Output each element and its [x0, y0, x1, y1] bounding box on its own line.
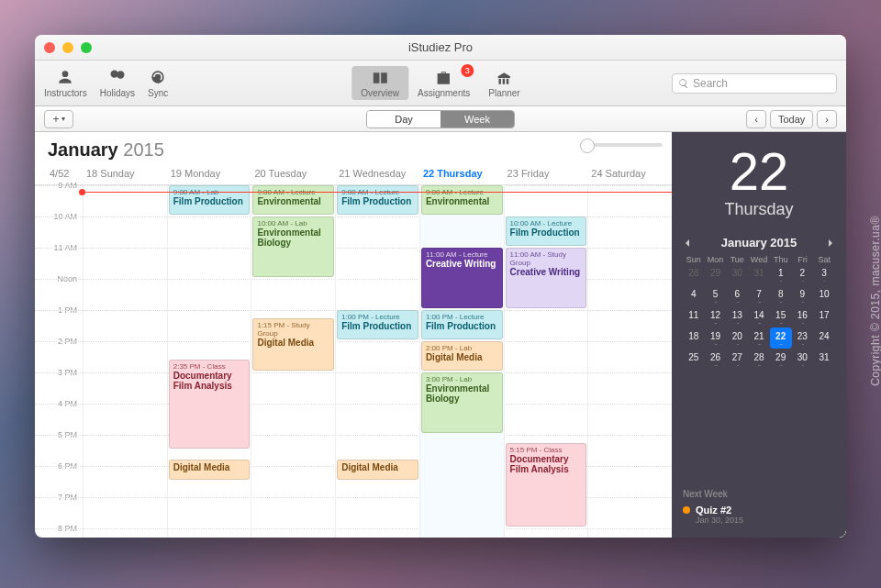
dot-icon [683, 506, 690, 514]
planner-tab[interactable]: Planner [479, 66, 529, 100]
assignments-tab[interactable]: 3 Assignments [408, 66, 479, 100]
day-header[interactable]: 23 Friday [504, 164, 588, 184]
time-label: 2 PM [35, 337, 77, 346]
event-title: Creative Writing [510, 267, 583, 277]
mini-cal-cell[interactable]: 27.. [726, 349, 748, 370]
event-block[interactable]: 9:00 AM - LectureEnvironmental [252, 185, 334, 215]
event-block[interactable]: 9:00 AM - LabFilm Production [169, 185, 251, 215]
day-column: 9:00 AM - LectureFilm Production1:00 PM … [335, 185, 419, 538]
overview-tab[interactable]: Overview [351, 66, 408, 100]
mini-cal-cell[interactable]: 29... [770, 349, 792, 370]
zoom-slider[interactable] [580, 143, 663, 147]
instructors-button[interactable]: Instructors [44, 68, 87, 98]
mini-cal-cell[interactable]: 22... [770, 327, 792, 349]
calendar-area: January 2015 4/52 18 Sunday19 Monday20 T… [35, 132, 672, 538]
next-week-item[interactable]: Quiz #2 [683, 505, 835, 516]
window-title: iStudiez Pro [35, 40, 846, 54]
mini-cal-cell[interactable]: 28... [748, 349, 770, 370]
day-header[interactable]: 22 Thursday [419, 164, 504, 184]
mini-cal-cell[interactable]: 7... [748, 285, 770, 306]
event-block[interactable]: 1:00 PM - LectureFilm Production [337, 310, 418, 339]
toolbar: Instructors Holidays Sync Overview 3 Ass… [35, 61, 846, 106]
add-button[interactable]: +▾ [44, 110, 73, 128]
mini-cal-cell[interactable]: 20.. [726, 327, 748, 349]
event-block[interactable]: 11:00 AM - LectureCreative Writing [421, 248, 503, 308]
event-block[interactable]: 2:35 PM - ClassDocumentary Film Analysis [169, 360, 251, 449]
event-block[interactable]: 9:00 AM - LectureFilm Production [337, 185, 418, 215]
chevron-right-icon[interactable] [826, 239, 835, 248]
event-title: Environmental Biology [426, 383, 498, 404]
mini-cal-cell[interactable]: 28 [683, 264, 705, 285]
sync-label: Sync [148, 88, 168, 98]
mini-cal-cell[interactable]: 31 [813, 349, 835, 370]
mini-cal-cell[interactable]: 3. [813, 264, 835, 285]
mini-dow: Sun [683, 255, 705, 264]
mini-cal-cell[interactable]: 1.. [770, 264, 792, 285]
mini-cal-cell[interactable]: 16.. [792, 306, 814, 327]
time-label: Noon [35, 274, 77, 283]
mini-cal-cell[interactable]: 19... [705, 327, 727, 349]
search-input[interactable]: Search [672, 73, 837, 94]
mini-cal-cell[interactable]: 12... [705, 306, 727, 327]
mini-cal-cell[interactable]: 11 [683, 306, 705, 327]
mini-cal-cell[interactable]: 15... [770, 306, 792, 327]
event-time: 3:00 PM - Lab [426, 375, 498, 383]
event-block[interactable]: 10:00 AM - LabEnvironmental Biology [252, 216, 334, 277]
event-block[interactable]: 9:00 AM - LectureEnvironmental [421, 185, 503, 215]
event-block[interactable]: 1:15 PM - Study GroupDigital Media [252, 318, 334, 372]
day-header[interactable]: 24 Saturday [587, 164, 672, 184]
mini-cal-cell[interactable]: 9.. [792, 285, 814, 306]
event-block[interactable]: Digital Media [169, 460, 251, 480]
prev-button[interactable]: ‹ [746, 110, 766, 128]
mini-cal-cell[interactable]: 18 [683, 327, 705, 349]
day-header[interactable]: 20 Tuesday [251, 164, 335, 184]
today-button[interactable]: Today [770, 110, 813, 128]
time-label: 9 AM [35, 181, 77, 190]
event-block[interactable]: 3:00 PM - LabEnvironmental Biology [421, 372, 503, 433]
mini-cal-cell[interactable]: 2.. [792, 264, 814, 285]
mini-cal-cell[interactable]: 5... [705, 285, 727, 306]
mini-cal-cell[interactable]: 4 [683, 285, 705, 306]
mini-cal-cell[interactable]: 23.. [792, 327, 814, 349]
day-header[interactable]: 18 Sunday [83, 164, 167, 184]
chevron-left-icon[interactable] [683, 239, 692, 248]
event-time: 2:00 PM - Lab [426, 344, 498, 352]
event-block[interactable]: 11:00 AM - Study GroupCreative Writing [506, 248, 587, 308]
holidays-label: Holidays [100, 88, 135, 98]
event-block[interactable]: 1:00 PM - LectureFilm Production [421, 310, 503, 339]
event-title: Digital Media [173, 462, 246, 472]
mini-cal-cell[interactable]: 6.. [726, 285, 748, 306]
next-button[interactable]: › [817, 110, 837, 128]
mini-cal-cell[interactable]: 29 [705, 264, 727, 285]
mini-cal-cell[interactable]: 8... [770, 285, 792, 306]
assignments-label: Assignments [418, 88, 470, 98]
time-label: 6 PM [35, 461, 77, 471]
time-label: 3 PM [35, 368, 77, 377]
mini-cal-cell[interactable]: 31 [748, 264, 770, 285]
book-icon [369, 69, 391, 87]
day-column: 9:00 AM - LectureEnvironmental10:00 AM -… [251, 185, 335, 538]
mini-cal-cell[interactable]: 24 [813, 327, 835, 349]
event-block[interactable]: 2:00 PM - LabDigital Media [421, 341, 503, 371]
mini-cal-cell[interactable]: 25 [683, 349, 705, 370]
mini-cal-cell[interactable]: 30.. [792, 349, 814, 370]
sync-button[interactable]: Sync [148, 68, 168, 98]
quiz-title: Quiz #2 [696, 505, 731, 516]
day-segment[interactable]: Day [367, 111, 440, 128]
mini-cal-cell[interactable]: 26... [705, 349, 727, 370]
mini-cal-cell[interactable]: 13.. [726, 306, 748, 327]
mini-cal-cell[interactable]: 30 [726, 264, 748, 285]
mini-cal-cell[interactable]: 10 [813, 285, 835, 306]
mini-cal-cell[interactable]: 21... [748, 327, 770, 349]
holidays-button[interactable]: Holidays [100, 68, 135, 98]
mini-cal-dow: SunMonTueWedThuFriSat [683, 255, 835, 264]
event-block[interactable]: 5:15 PM - ClassDocumentary Film Analysis [506, 443, 587, 527]
mini-cal-cell[interactable]: 17 [813, 306, 835, 327]
day-header[interactable]: 21 Wednesday [335, 164, 419, 184]
week-segment[interactable]: Week [440, 111, 514, 128]
event-title: Film Production [341, 321, 414, 331]
event-block[interactable]: 10:00 AM - LectureFilm Production [506, 216, 587, 246]
mini-cal-cell[interactable]: 14... [748, 306, 770, 327]
day-header[interactable]: 19 Monday [167, 164, 251, 184]
event-block[interactable]: Digital Media [337, 460, 418, 480]
